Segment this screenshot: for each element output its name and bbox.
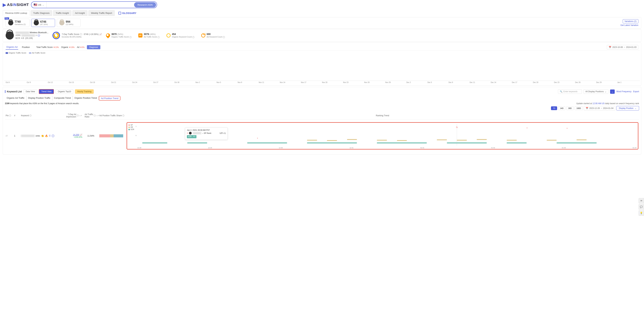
x-tick: Oct 18: [90, 82, 111, 83]
word-frequency-link[interactable]: Word Frequency: [616, 90, 632, 93]
col-keyword[interactable]: Keyword: [21, 114, 29, 117]
logo[interactable]: ▶ ASINSIGHT: [3, 2, 29, 8]
chart-date-range[interactable]: 📅 2023-10-06 ~ 2024-01-03: [607, 45, 638, 50]
keyword-count-text: keywords that place this ASIN on the fir…: [10, 102, 79, 105]
keyword-row: 🏷 1 ones 👏 🔥 ⠿ 8 14,200 📈 +124.22% 11.54…: [5, 120, 639, 152]
info-icon[interactable]: ?: [30, 115, 32, 117]
variation-card[interactable]: 7740Variations (2): [6, 19, 30, 27]
hr-segment: [307, 140, 317, 141]
headphone-icon: [8, 20, 13, 26]
x-tick: Dec 23: [554, 82, 575, 83]
col-ratio[interactable]: Ad Traffic Ratio: [85, 113, 93, 118]
tab-traffic-diagnosis[interactable]: Traffic Diagnosis: [31, 10, 52, 16]
x-tick: Nov 2: [196, 82, 216, 83]
tab-weekly-report[interactable]: Weekly Traffic Report: [88, 10, 115, 16]
info-icon[interactable]: ?: [94, 115, 96, 117]
trend-tab-organic-position[interactable]: Organic Position Trend: [73, 96, 99, 101]
info-icon[interactable]: ?: [9, 115, 11, 117]
hourly-tracking-button[interactable]: Hourly Tracking: [75, 89, 94, 94]
col-impression[interactable]: 7-Day Ad Impression: [66, 113, 76, 118]
impression-value[interactable]: 14,200: [73, 134, 79, 136]
parent-badge: Par.: [4, 17, 9, 20]
stat-total-delta: ▼13%: [53, 46, 59, 48]
col-share[interactable]: Ad Position Traffic Share: [99, 114, 122, 117]
research-asin-button[interactable]: Research ASIN: [134, 2, 156, 8]
variations-button[interactable]: Variations (2): [623, 19, 638, 23]
trend-x-tick: 12-30: [279, 147, 283, 149]
period-7d[interactable]: 7D: [551, 106, 557, 110]
diagnose-button[interactable]: Diagnose: [87, 45, 100, 49]
tooltip-sp-label: – SP Rank:: [202, 132, 212, 134]
traffic-chart-section: Organic-Ad Position Total Traffic Score …: [3, 43, 641, 86]
chart-tab-position[interactable]: Position: [21, 45, 30, 50]
chart-x-axis: Oct 6Oct 9Oct 12Oct 15Oct 18Oct 21Oct 24…: [4, 81, 640, 84]
period-date-range[interactable]: 📅2023-12-28 ~ 2024-01-04: [584, 106, 616, 110]
view-trend[interactable]: Trend View: [39, 89, 54, 94]
x-tick: Nov 14: [280, 82, 301, 83]
view-organic-top10[interactable]: Organic Top10: [56, 89, 73, 94]
chevron-down-icon: ⌄: [42, 4, 44, 6]
legend-org-swatch: [6, 52, 8, 54]
display-position-select[interactable]: Display Position⌄: [616, 106, 639, 110]
date-from: 2023-10-06: [612, 46, 623, 48]
tab-traffic-insight[interactable]: Traffic Insight: [53, 10, 72, 16]
variation-card[interactable]: 994(12.84%): [57, 19, 80, 27]
sor-segment: [187, 143, 207, 143]
product-reviews: (20,136): [25, 37, 33, 39]
sor-segment: [556, 143, 596, 143]
period-14d[interactable]: 14D: [558, 106, 565, 110]
x-tick: Nov 29: [385, 82, 406, 83]
col-num[interactable]: #: [14, 114, 15, 117]
trend-tab-organic-ad[interactable]: Organic-Ad Traffic: [5, 96, 26, 101]
tooltip-sp-dot: [187, 133, 188, 134]
x-tick: Nov 26: [364, 82, 386, 83]
region-select[interactable]: US ⌄: [31, 2, 47, 8]
col-pin[interactable]: Pin: [6, 114, 8, 117]
asin-search-input[interactable]: [47, 4, 134, 6]
ranking-trend-chart[interactable]: SPHRSOR 1 6 Jan 2, 2024, 06:00 AM PST – …: [126, 122, 638, 150]
stat-ad-delta: ▼3%: [80, 46, 84, 48]
info-icon[interactable]: ?: [77, 115, 79, 117]
positions-select[interactable]: All Display Positions⌄: [584, 89, 608, 94]
calendar-icon: 📅: [609, 46, 611, 48]
trend-tab-ad-position[interactable]: Ad Position Trend: [99, 96, 120, 101]
traffic-bar-chart[interactable]: [4, 55, 640, 81]
export-link[interactable]: Export: [633, 90, 639, 93]
period-180d[interactable]: 180D: [575, 106, 583, 110]
info-icon[interactable]: ?: [80, 33, 82, 35]
hr-segment: [477, 139, 487, 140]
tooltip-redacted: [193, 132, 201, 134]
hr-segment: [377, 140, 387, 141]
get-latest-variation-link[interactable]: Get Latest Variation: [620, 24, 638, 27]
pin-icon[interactable]: 🏷: [6, 135, 8, 137]
logo-text-end: SIGHT: [17, 3, 29, 7]
keyword-search-input[interactable]: 🔍Enter keywords: [558, 89, 582, 94]
sort-icon[interactable]: ▲▼: [79, 115, 82, 116]
x-tick: Nov 17: [301, 82, 322, 83]
trend-tab-composite[interactable]: Composite Trend: [52, 96, 73, 101]
copy-icon[interactable]: ⧉: [36, 34, 37, 37]
variation-card[interactable]: 6746(87.16%): [31, 19, 55, 27]
chart-icon[interactable]: 📈: [80, 134, 82, 136]
chart-icon[interactable]: 📈: [99, 33, 102, 36]
tab-ad-insight[interactable]: Ad Insight: [72, 10, 88, 16]
trend-tab-display-position[interactable]: Display Position Traffic: [26, 96, 52, 101]
info-icon[interactable]: ?: [122, 115, 124, 117]
hr-segment: [397, 140, 407, 141]
x-tick: Oct 9: [27, 82, 48, 83]
keyword-list-section: Keyword List Data View Trend View Organi…: [3, 87, 641, 154]
score-subtitle: Exceeds 99.25% ASINs: [62, 36, 102, 38]
grid-icon[interactable]: ⠿: [49, 135, 50, 137]
glossary-link[interactable]: GLOSSARY: [118, 12, 136, 15]
sort-icon[interactable]: ▲▼: [96, 115, 99, 116]
col-trend[interactable]: Ranking Trend: [376, 114, 389, 117]
x-tick: Nov 23: [343, 82, 364, 83]
view-data[interactable]: Data View: [24, 89, 37, 94]
period-30d[interactable]: 30D: [566, 106, 574, 110]
tab-reverse-asin[interactable]: Reverse ASIN Lookup: [3, 10, 30, 16]
keyword-count: 2199: [5, 102, 10, 105]
stat-org-delta: ▼19%: [69, 46, 74, 48]
dropdown-button[interactable]: ⌄: [610, 90, 615, 94]
metric-item: AD3076 (46%)Ad Traffic Score ?: [138, 33, 160, 38]
chart-tab-organic-ad[interactable]: Organic-Ad: [6, 45, 18, 50]
